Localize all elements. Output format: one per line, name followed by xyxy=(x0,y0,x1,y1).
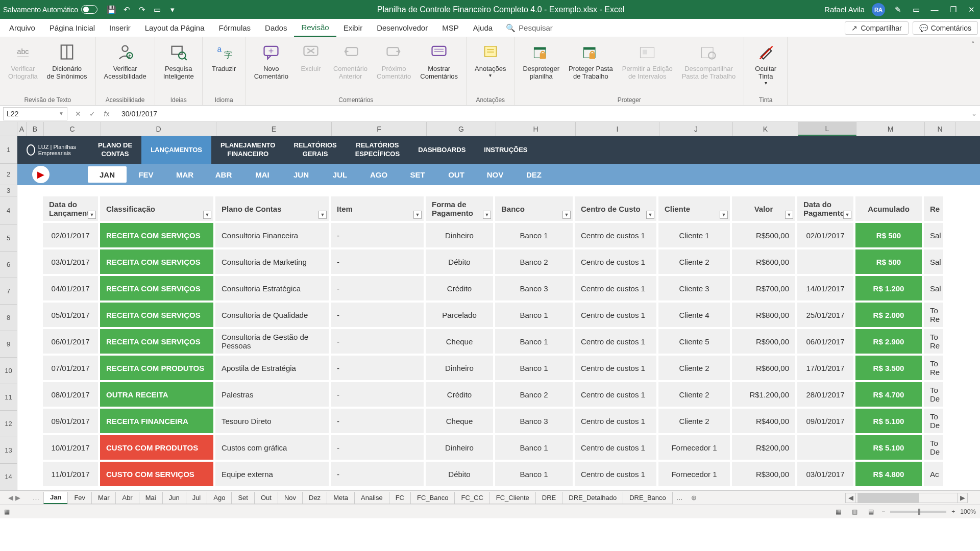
row-header-4[interactable]: 4 xyxy=(0,196,17,225)
cell-valor[interactable]: R$800,00 xyxy=(732,303,797,327)
sheet-tab-set[interactable]: Set xyxy=(231,492,255,504)
autosave-toggle[interactable]: Salvamento Automático xyxy=(3,5,97,14)
accept-formula-icon[interactable]: ✓ xyxy=(87,110,98,118)
table-row[interactable]: 07/01/2017RECEITA COM PRODUTOSApostila d… xyxy=(43,356,980,382)
ribbon-tab-desenvolvedor[interactable]: Desenvolvedor xyxy=(370,19,435,37)
cell-forma[interactable]: Débito xyxy=(426,249,495,274)
sheet-tab-mai[interactable]: Mai xyxy=(139,492,163,504)
month-tab-mar[interactable]: MAR xyxy=(165,164,204,185)
cell-forma[interactable]: Dinheiro xyxy=(426,435,495,460)
row-header-5[interactable]: 5 xyxy=(0,225,17,252)
sheet-more[interactable]: … xyxy=(29,494,43,502)
cell-banco[interactable]: Banco 1 xyxy=(495,329,575,354)
sheet-tab-fc_cc[interactable]: FC_CC xyxy=(454,492,489,504)
header-classificacao[interactable]: Classificação▼ xyxy=(100,196,215,221)
table-row[interactable]: 03/01/2017RECEITA COM SERVIÇOSConsultori… xyxy=(43,249,980,276)
cell-data-pag[interactable] xyxy=(797,249,855,274)
cell-centro[interactable]: Centro de custos 1 xyxy=(575,303,658,327)
col-header-L[interactable]: L xyxy=(798,122,856,136)
col-header-N[interactable]: N xyxy=(925,122,955,136)
cell-cliente[interactable]: Cliente 5 xyxy=(658,329,732,354)
cell-item[interactable]: - xyxy=(331,329,426,354)
cell-centro[interactable]: Centro de custos 1 xyxy=(575,409,658,433)
month-tab-dez[interactable]: DEZ xyxy=(514,164,553,185)
cell-cliente[interactable]: Fornecedor 1 xyxy=(658,462,732,486)
nav-relatórios[interactable]: RELATÓRIOSESPECÍFICOS xyxy=(346,141,409,159)
page-break-icon[interactable]: ▤ xyxy=(865,507,876,517)
col-header-C[interactable]: C xyxy=(44,122,101,136)
cell-centro[interactable]: Centro de custos 1 xyxy=(575,356,658,380)
cancel-formula-icon[interactable]: ✕ xyxy=(72,110,84,118)
row-header-8[interactable]: 8 xyxy=(0,305,17,331)
table-row[interactable]: 02/01/2017RECEITA COM SERVIÇOSConsultori… xyxy=(43,223,980,249)
cell-classificacao[interactable]: RECEITA FINANCEIRA xyxy=(100,409,215,433)
sheet-tab-fev[interactable]: Fev xyxy=(67,492,92,504)
header-data[interactable]: Data do Lançamento▼ xyxy=(43,196,100,221)
ribbon-tab-exibir[interactable]: Exibir xyxy=(336,19,370,37)
header-item[interactable]: Item▼ xyxy=(331,196,426,221)
cell-item[interactable]: - xyxy=(331,303,426,327)
cell-classificacao[interactable]: RECEITA COM SERVIÇOS xyxy=(100,249,215,274)
cell-data[interactable]: 02/01/2017 xyxy=(43,223,100,247)
traduzir-button[interactable]: a字Traduzir xyxy=(208,39,240,74)
zoom-in-icon[interactable]: + xyxy=(951,508,955,515)
cell-data-pag[interactable]: 17/01/2017 xyxy=(797,356,855,380)
cell-valor[interactable]: R$900,00 xyxy=(732,329,797,354)
page-layout-icon[interactable]: ▥ xyxy=(849,507,860,517)
row-header-1[interactable]: 1 xyxy=(0,136,17,164)
col-header-A[interactable]: A xyxy=(17,122,27,136)
row-header-13[interactable]: 13 xyxy=(0,437,17,464)
month-tab-jan[interactable]: JAN xyxy=(88,166,127,183)
cell-plano[interactable]: Equipe externa xyxy=(215,462,331,486)
status-mode-icon[interactable]: ▦ xyxy=(4,508,10,515)
comments-button[interactable]: 💬 Comentários xyxy=(913,21,978,35)
ribbon-tab-arquivo[interactable]: Arquivo xyxy=(2,19,42,37)
normal-view-icon[interactable]: ▦ xyxy=(832,507,844,517)
table-row[interactable]: 10/01/2017CUSTO COM PRODUTOSCustos com g… xyxy=(43,435,980,462)
sheet-tab-fc_banco[interactable]: FC_Banco xyxy=(410,492,455,504)
cell-forma[interactable]: Crédito xyxy=(426,276,495,300)
cell-valor[interactable]: R$600,00 xyxy=(732,249,797,274)
undo-icon[interactable]: ↶ xyxy=(122,5,131,14)
cell-classificacao[interactable]: RECEITA COM SERVIÇOS xyxy=(100,329,215,354)
filter-icon[interactable]: ▼ xyxy=(483,211,491,219)
col-header-B[interactable]: B xyxy=(27,122,44,136)
sheet-overflow[interactable]: … xyxy=(672,494,687,502)
sheet-tab-fc_cliente[interactable]: FC_Cliente xyxy=(489,492,536,504)
row-header-12[interactable]: 12 xyxy=(0,411,17,437)
filter-icon[interactable]: ▼ xyxy=(785,211,793,219)
filter-icon[interactable]: ▼ xyxy=(318,211,327,219)
qat-dropdown-icon[interactable]: ▾ xyxy=(168,5,177,14)
cell-data[interactable]: 09/01/2017 xyxy=(43,409,100,433)
nav-relatórios[interactable]: RELATÓRIOSGERAIS xyxy=(284,141,346,159)
row-header-6[interactable]: 6 xyxy=(0,252,17,278)
cell-forma[interactable]: Cheque xyxy=(426,409,495,433)
header-plano[interactable]: Plano de Contas▼ xyxy=(215,196,331,221)
col-header-I[interactable]: I xyxy=(576,122,659,136)
nav-planejamento[interactable]: PLANEJAMENTOFINANCEIRO xyxy=(211,141,284,159)
cell-forma[interactable]: Parcelado xyxy=(426,303,495,327)
anotacoes-button[interactable]: Anotações▾ xyxy=(472,39,509,80)
cell-centro[interactable]: Centro de custos 1 xyxy=(575,435,658,460)
cell-item[interactable]: - xyxy=(331,382,426,407)
header-cliente[interactable]: Cliente▼ xyxy=(658,196,732,221)
touch-mode-icon[interactable]: ▭ xyxy=(153,5,162,14)
mostrar-comentarios-button[interactable]: MostrarComentários xyxy=(417,39,461,82)
filter-icon[interactable]: ▼ xyxy=(562,211,571,219)
col-header-E[interactable]: E xyxy=(216,122,332,136)
cell-banco[interactable]: Banco 1 xyxy=(495,356,575,380)
month-tab-mai[interactable]: MAI xyxy=(243,164,282,185)
header-valor[interactable]: Valor▼ xyxy=(732,196,797,221)
col-header-D[interactable]: D xyxy=(101,122,216,136)
sheet-tab-abr[interactable]: Abr xyxy=(115,492,139,504)
sheet-tab-jul[interactable]: Jul xyxy=(186,492,208,504)
ribbon-mode-icon[interactable]: ▭ xyxy=(911,4,922,15)
col-header-H[interactable]: H xyxy=(496,122,576,136)
cell-centro[interactable]: Centro de custos 1 xyxy=(575,382,658,407)
cell-data[interactable]: 05/01/2017 xyxy=(43,303,100,327)
cell-plano[interactable]: Apostila de Estratégia xyxy=(215,356,331,380)
sheet-tab-dre_banco[interactable]: DRE_Banco xyxy=(623,492,673,504)
cell-item[interactable]: - xyxy=(331,249,426,274)
cell-plano[interactable]: Consultoria de Marketing xyxy=(215,249,331,274)
cell-valor[interactable]: R$400,00 xyxy=(732,409,797,433)
